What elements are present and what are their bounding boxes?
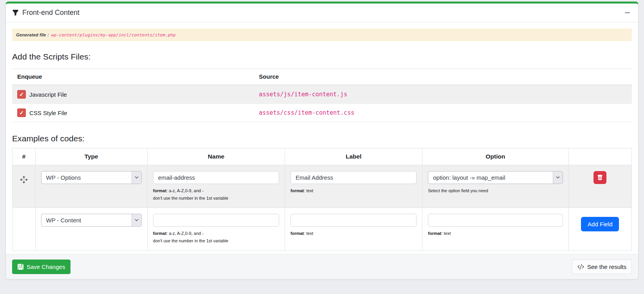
see-results-label: See the results [587,263,626,270]
see-results-button[interactable]: See the results [572,260,632,274]
drag-move-handle[interactable] [20,176,27,183]
label-format-hint: format: text [290,230,417,237]
javascript-file-source: assets/js/item-content.js [254,85,632,104]
collapse-button[interactable] [622,9,632,17]
javascript-file-label: Javascript File [29,91,67,98]
option-input[interactable] [428,214,563,227]
generated-file-path: wp-content/plugins/my-app/incl/contents/… [51,32,176,38]
name-input[interactable] [153,171,279,184]
code-field-row-new: WP - Content format: a-z, A-Z,0-9, and -… [13,208,632,251]
add-field-button[interactable]: Add Field [581,217,619,231]
scripts-header-source: Source [254,69,632,85]
type-select[interactable]: WP - Content [41,214,142,227]
scripts-table: Enqueue Source ✓ Javascript File assets/… [12,69,632,122]
delete-field-button[interactable] [593,171,606,184]
css-file-label: CSS Style File [29,110,67,116]
chevron-down-icon [132,214,141,226]
scripts-heading: Add the Scripts Files: [12,52,632,61]
name-format-hint: format: a-z, A-Z,0-9, and - don't use th… [153,187,279,202]
codes-header-action [568,148,631,165]
table-row: ✓ CSS Style File assets/css/item-content… [12,104,632,122]
panel-body: Generated file : wp-content/plugins/my-a… [6,22,638,254]
name-input[interactable] [153,214,279,227]
codes-table: # Type Name Label Option [12,148,632,251]
javascript-file-checkbox[interactable]: ✓ [17,90,26,99]
save-changes-button[interactable]: Save Changes [12,260,70,274]
minus-icon [625,12,630,13]
trash-icon [597,175,603,180]
generated-file-notice: Generated file : wp-content/plugins/my-a… [12,29,632,41]
arrows-move-icon [20,176,27,183]
option-select[interactable]: option: layout -» map_email [428,171,563,184]
code-field-row: WP - Options format: a-z, A-Z,0-9, and -… [13,165,632,208]
codes-header-type: Type [35,148,147,165]
codes-header-idx: # [13,148,36,165]
codes-header-option: Option [422,148,568,165]
generated-file-label: Generated file : [16,32,49,37]
option-hint: Select the option field you need [428,187,563,195]
option-format-hint: format: text [428,230,563,237]
front-end-content-panel: Front-end Content Generated file : wp-co… [5,2,639,280]
codes-header-name: Name [147,148,285,165]
chevron-down-icon [132,171,141,184]
chevron-down-icon [553,171,563,184]
type-select[interactable]: WP - Options [41,171,142,184]
save-changes-label: Save Changes [27,263,65,270]
floppy-save-icon [18,264,23,270]
panel-title-text: Front-end Content [22,9,79,17]
panel-footer: Save Changes See the results [6,254,638,279]
table-row: ✓ Javascript File assets/js/item-content… [12,85,632,104]
css-file-source: assets/css/item-content.css [254,104,632,122]
label-input[interactable] [290,214,417,227]
panel-header: Front-end Content [6,4,638,22]
panel-title: Front-end Content [12,9,79,17]
css-file-checkbox[interactable]: ✓ [17,108,26,117]
scripts-header-enqueue: Enqueue [12,69,254,85]
codes-header-label: Label [285,148,422,165]
filter-icon [12,9,19,16]
codes-heading: Examples of codes: [12,134,632,143]
label-input[interactable] [290,171,417,184]
code-icon [577,263,584,270]
label-format-hint: format: text [290,187,417,195]
name-format-hint: format: a-z, A-Z,0-9, and - don't use th… [153,230,279,244]
